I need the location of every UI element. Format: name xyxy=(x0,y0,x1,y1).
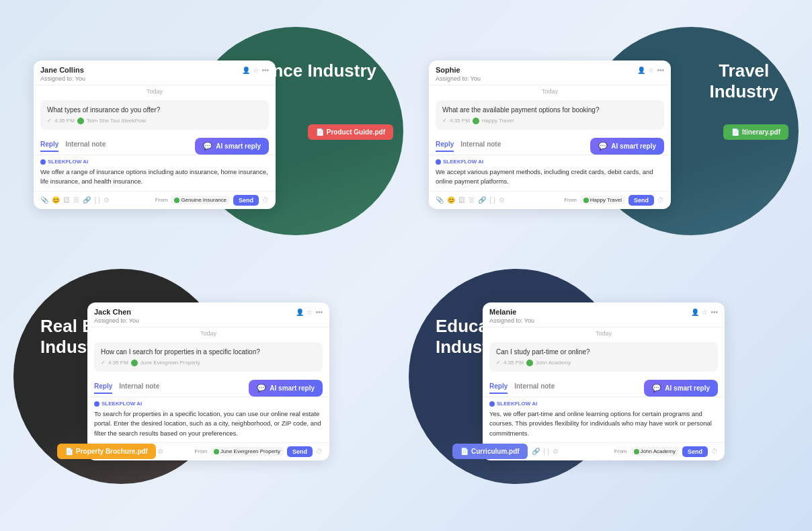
check-icon: ✓ xyxy=(101,359,106,366)
settings-icon[interactable]: ⚙ xyxy=(157,448,163,455)
education-status-dot xyxy=(526,360,533,366)
education-user-name: Melanie xyxy=(489,308,516,316)
settings-icon[interactable]: ⚙ xyxy=(104,196,110,204)
insurance-ai-smart-reply-button[interactable]: 💬 AI smart reply xyxy=(195,138,269,155)
realestate-message-text: How can I search for properties in a spe… xyxy=(101,348,260,356)
insurance-bottom-bar: 📎 😊 🖼 ☰ 🔗 { } ⚙ From Genuine Insurance S… xyxy=(34,191,276,209)
insurance-quadrant: Insurance Industry Jane Collins 👤 ☆ ••• … xyxy=(20,20,397,269)
insurance-user-name: Jane Collins xyxy=(40,66,84,74)
code-icon[interactable]: { } xyxy=(94,196,100,204)
realestate-file-tag[interactable]: 📄 Property Brochure.pdf xyxy=(57,444,156,459)
insurance-message-meta: ✓ 4:35 PM Tsim Sha Tsui SleekFlow xyxy=(47,117,262,124)
travel-message-text: What are the available payment options f… xyxy=(442,106,599,114)
insurance-ai-btn-label: AI smart reply xyxy=(216,142,261,150)
list-icon[interactable]: ☰ xyxy=(469,196,475,204)
realestate-sleekflow-dot xyxy=(94,401,99,407)
realestate-from-dot xyxy=(214,449,219,454)
travel-from-label: From xyxy=(564,197,577,203)
insurance-location: Tsim Sha Tsui SleekFlow xyxy=(87,117,146,124)
code-icon[interactable]: { } xyxy=(543,448,549,455)
education-ai-btn-label: AI smart reply xyxy=(665,384,710,392)
chat-icon: 💬 xyxy=(203,142,212,151)
education-from-company: John Academy xyxy=(631,447,679,456)
star-icon: ☆ xyxy=(307,309,313,316)
realestate-sleekflow-label: SLEEKFLOW AI xyxy=(87,397,329,407)
travel-tab-reply[interactable]: Reply xyxy=(436,140,454,152)
travel-send-button[interactable]: Send xyxy=(628,195,654,206)
travel-file-label: Itinerary.pdf xyxy=(742,128,780,136)
realestate-user-name: Jack Chen xyxy=(94,308,131,316)
travel-ai-btn-label: AI smart reply xyxy=(611,142,656,150)
education-ai-smart-reply-button[interactable]: 💬 AI smart reply xyxy=(644,380,718,397)
realestate-chat-card: Jack Chen 👤 ☆ ••• Assigned to: You Today… xyxy=(87,302,329,460)
code-icon[interactable]: { } xyxy=(489,196,495,204)
travel-date: Today xyxy=(429,85,671,96)
insurance-clock-icon: ⏱ xyxy=(262,196,269,204)
realestate-file-label: Property Brochure.pdf xyxy=(76,448,148,455)
education-message-meta: ✓ 4:35 PM John Academy xyxy=(496,359,711,366)
link-icon[interactable]: 🔗 xyxy=(532,448,540,455)
realestate-location: June Evergreen Property xyxy=(140,359,200,366)
travel-sleekflow-dot xyxy=(436,159,441,165)
insurance-file-icon: 📄 xyxy=(316,128,324,136)
attach-icon[interactable]: 📎 xyxy=(436,196,444,204)
link-icon[interactable]: 🔗 xyxy=(83,196,91,204)
realestate-card-header: Jack Chen 👤 ☆ ••• Assigned to: You xyxy=(87,302,329,327)
travel-reply-tabs: Reply Internal note 💬 AI smart reply xyxy=(429,134,671,155)
travel-location: Happy Travel xyxy=(482,117,514,124)
travel-bottom-bar: 📎 😊 🖼 ☰ 🔗 { } ⚙ From Happy Travel Send ⏱ xyxy=(429,191,671,209)
insurance-send-button[interactable]: Send xyxy=(233,195,259,206)
attach-icon[interactable]: 📎 xyxy=(40,196,48,204)
education-sleekflow-label: SLEEKFLOW AI xyxy=(483,397,725,407)
education-message-text: Can I study part-time or online? xyxy=(496,348,590,356)
insurance-file-tag[interactable]: 📄 Product Guide.pdf xyxy=(308,124,393,140)
list-icon[interactable]: ☰ xyxy=(73,196,79,204)
education-file-icon: 📄 xyxy=(460,448,469,455)
travel-ai-smart-reply-button[interactable]: 💬 AI smart reply xyxy=(590,138,664,155)
settings-icon[interactable]: ⚙ xyxy=(553,448,559,455)
realestate-ai-response: To search for properties in a specific l… xyxy=(87,407,329,442)
education-file-tag[interactable]: 📄 Curriculum.pdf xyxy=(452,444,528,459)
person-icon: 👤 xyxy=(637,67,645,74)
person-icon: 👤 xyxy=(296,309,304,316)
image-icon[interactable]: 🖼 xyxy=(63,196,70,204)
emoji-icon[interactable]: 😊 xyxy=(52,196,60,204)
star-icon: ☆ xyxy=(253,67,259,74)
link-icon[interactable]: 🔗 xyxy=(478,196,486,204)
settings-icon[interactable]: ⚙ xyxy=(499,196,505,204)
insurance-ai-response: We offer a range of insurance options in… xyxy=(34,165,276,191)
realestate-file-icon: 📄 xyxy=(65,448,73,455)
travel-file-tag[interactable]: 📄 Itinerary.pdf xyxy=(723,124,788,140)
education-file-label: Curriculum.pdf xyxy=(471,448,520,455)
realestate-tab-internal[interactable]: Internal note xyxy=(119,382,159,394)
realestate-ai-smart-reply-button[interactable]: 💬 AI smart reply xyxy=(249,380,323,397)
more-icon: ••• xyxy=(710,309,718,316)
insurance-message-text: What types of insurance do you offer? xyxy=(47,106,160,114)
travel-bottom-right: From Happy Travel Send ⏱ xyxy=(564,195,664,206)
education-send-button[interactable]: Send xyxy=(682,446,708,457)
image-icon[interactable]: 🖼 xyxy=(458,196,465,204)
travel-message-bubble: What are the available payment options f… xyxy=(436,100,664,130)
travel-file-icon: 📄 xyxy=(731,128,739,136)
chat-icon: 💬 xyxy=(257,384,266,393)
insurance-tab-reply[interactable]: Reply xyxy=(40,140,58,152)
realestate-bottom-right: From June Evergreen Property Send ⏱ xyxy=(194,446,323,457)
realestate-message-meta: ✓ 4:35 PM June Evergreen Property xyxy=(101,359,316,366)
insurance-message-bubble: What types of insurance do you offer? ✓ … xyxy=(40,100,269,130)
chat-icon: 💬 xyxy=(652,384,661,393)
insurance-reply-tabs: Reply Internal note 💬 AI smart reply xyxy=(34,134,276,155)
education-from-dot xyxy=(634,449,639,454)
travel-clock-icon: ⏱ xyxy=(657,196,664,204)
insurance-tab-internal[interactable]: Internal note xyxy=(65,140,106,152)
travel-chat-card: Sophie 👤 ☆ ••• Assigned to: You Today Wh… xyxy=(429,60,671,209)
travel-quadrant: TravelIndustry Sophie 👤 ☆ ••• Assigned t… xyxy=(415,20,792,269)
realestate-send-button[interactable]: Send xyxy=(287,446,313,457)
realestate-tab-reply[interactable]: Reply xyxy=(94,382,112,394)
education-tab-reply[interactable]: Reply xyxy=(489,382,508,394)
realestate-time: 4:35 PM xyxy=(108,359,128,366)
travel-tab-internal[interactable]: Internal note xyxy=(460,140,501,152)
insurance-from-label: From xyxy=(155,197,168,203)
education-tab-internal[interactable]: Internal note xyxy=(514,382,555,394)
emoji-icon[interactable]: 😊 xyxy=(447,196,455,204)
insurance-header-icons: 👤 ☆ ••• xyxy=(242,67,269,74)
